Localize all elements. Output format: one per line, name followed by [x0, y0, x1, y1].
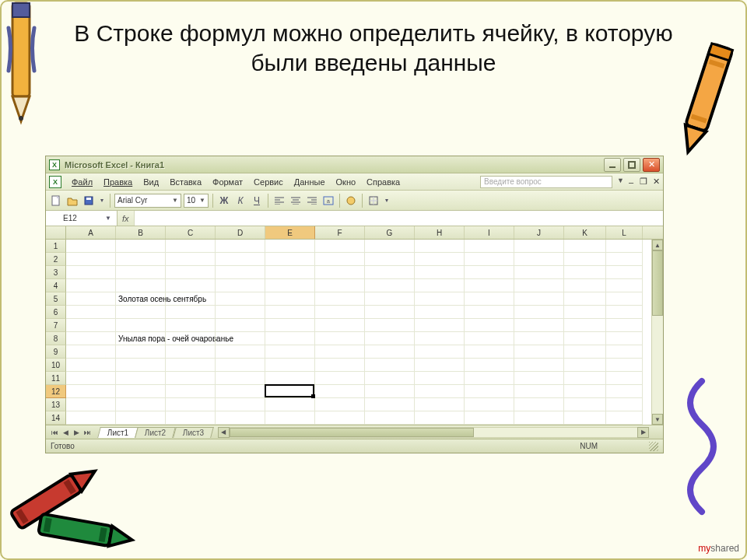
cell-K2[interactable]	[564, 253, 606, 266]
cell-B11[interactable]	[116, 372, 166, 385]
sheet-tab-2[interactable]: Лист2	[135, 427, 176, 438]
cell-A6[interactable]	[66, 306, 116, 319]
cell-B2[interactable]	[116, 253, 166, 266]
cell-L4[interactable]	[606, 279, 643, 292]
cell-A4[interactable]	[66, 279, 116, 292]
cell-J3[interactable]	[514, 266, 564, 279]
cell-K14[interactable]	[564, 411, 606, 425]
doc-close-button[interactable]: ✕	[651, 177, 661, 187]
cell-F6[interactable]	[315, 306, 365, 319]
tab-nav-first-icon[interactable]: ⏮	[49, 427, 60, 438]
cell-D7[interactable]	[216, 319, 265, 332]
cell-B13[interactable]	[116, 398, 166, 411]
cell-B8[interactable]: Унылая пора - очей очарованье	[116, 332, 166, 345]
cell-G10[interactable]	[365, 359, 415, 372]
cell-A3[interactable]	[66, 266, 116, 279]
cell-A8[interactable]	[66, 332, 116, 345]
cell-F4[interactable]	[315, 279, 365, 292]
column-header-D[interactable]: D	[216, 226, 265, 239]
sheet-tab-3[interactable]: Лист3	[173, 427, 214, 438]
cell-E1[interactable]	[265, 240, 315, 253]
cell-J14[interactable]	[514, 411, 564, 425]
cell-A12[interactable]	[66, 385, 116, 398]
cell-D3[interactable]	[216, 266, 265, 279]
cell-L5[interactable]	[606, 292, 643, 306]
currency-button[interactable]	[344, 194, 358, 208]
italic-button[interactable]: К	[233, 194, 247, 208]
cell-F10[interactable]	[315, 359, 365, 372]
horizontal-scroll-thumb[interactable]	[230, 428, 474, 437]
cell-J9[interactable]	[514, 345, 564, 359]
cell-C8[interactable]	[166, 332, 216, 345]
cell-J5[interactable]	[514, 292, 564, 306]
cell-D10[interactable]	[216, 359, 265, 372]
doc-minimize-button[interactable]: –	[626, 177, 637, 187]
cell-H2[interactable]	[415, 253, 465, 266]
cell-H5[interactable]	[415, 292, 465, 306]
row-header-1[interactable]: 1	[46, 240, 66, 253]
cell-K13[interactable]	[564, 398, 606, 411]
cell-L3[interactable]	[606, 266, 643, 279]
column-header-G[interactable]: G	[365, 226, 415, 239]
scroll-up-button[interactable]: ▲	[652, 240, 663, 250]
toolbar-more-2[interactable]: ▾	[383, 194, 391, 208]
row-header-3[interactable]: 3	[46, 266, 66, 279]
cell-F11[interactable]	[315, 372, 365, 385]
cell-H7[interactable]	[415, 319, 465, 332]
cell-J8[interactable]	[514, 332, 564, 345]
borders-button[interactable]	[366, 194, 381, 208]
cell-F9[interactable]	[315, 345, 365, 359]
column-header-B[interactable]: B	[116, 226, 166, 239]
cell-H6[interactable]	[415, 306, 465, 319]
column-header-E[interactable]: E	[265, 226, 315, 239]
cell-B3[interactable]	[116, 266, 166, 279]
row-header-14[interactable]: 14	[46, 411, 66, 425]
cell-A10[interactable]	[66, 359, 116, 372]
cell-L12[interactable]	[606, 385, 643, 398]
resize-grip-icon[interactable]	[649, 442, 658, 451]
cell-K9[interactable]	[564, 345, 606, 359]
cell-E13[interactable]	[265, 398, 315, 411]
cell-H4[interactable]	[415, 279, 465, 292]
cell-L11[interactable]	[606, 372, 643, 385]
cell-C11[interactable]	[166, 372, 216, 385]
cell-A9[interactable]	[66, 345, 116, 359]
cell-I1[interactable]	[465, 240, 514, 253]
cell-C4[interactable]	[166, 279, 216, 292]
cell-B14[interactable]	[116, 411, 166, 425]
cell-L8[interactable]	[606, 332, 643, 345]
cell-B9[interactable]	[116, 345, 166, 359]
tab-nav-prev-icon[interactable]: ◀	[60, 427, 71, 438]
cell-D13[interactable]	[216, 398, 265, 411]
cell-C10[interactable]	[166, 359, 216, 372]
column-header-F[interactable]: F	[315, 226, 365, 239]
menu-window[interactable]: Окно	[331, 175, 362, 189]
row-header-7[interactable]: 7	[46, 319, 66, 332]
cell-B7[interactable]	[116, 319, 166, 332]
cell-B1[interactable]	[116, 240, 166, 253]
cell-K6[interactable]	[564, 306, 606, 319]
row-header-9[interactable]: 9	[46, 345, 66, 359]
font-size-selector[interactable]: 10▼	[184, 194, 209, 208]
row-header-13[interactable]: 13	[46, 398, 66, 411]
menu-help[interactable]: Справка	[361, 175, 405, 189]
cell-A5[interactable]	[66, 292, 116, 306]
cell-I5[interactable]	[465, 292, 514, 306]
cell-I3[interactable]	[465, 266, 514, 279]
cell-H8[interactable]	[415, 332, 465, 345]
cell-J4[interactable]	[514, 279, 564, 292]
cell-B10[interactable]	[116, 359, 166, 372]
cell-K1[interactable]	[564, 240, 606, 253]
cell-J11[interactable]	[514, 372, 564, 385]
row-header-8[interactable]: 8	[46, 332, 66, 345]
cell-E2[interactable]	[265, 253, 315, 266]
cell-H1[interactable]	[415, 240, 465, 253]
cell-J1[interactable]	[514, 240, 564, 253]
cell-E10[interactable]	[265, 359, 315, 372]
cell-D12[interactable]	[216, 385, 265, 398]
column-header-H[interactable]: H	[415, 226, 465, 239]
cell-F14[interactable]	[315, 411, 365, 425]
bold-button[interactable]: Ж	[217, 194, 231, 208]
align-left-button[interactable]	[272, 194, 286, 208]
row-header-12[interactable]: 12	[46, 385, 66, 398]
